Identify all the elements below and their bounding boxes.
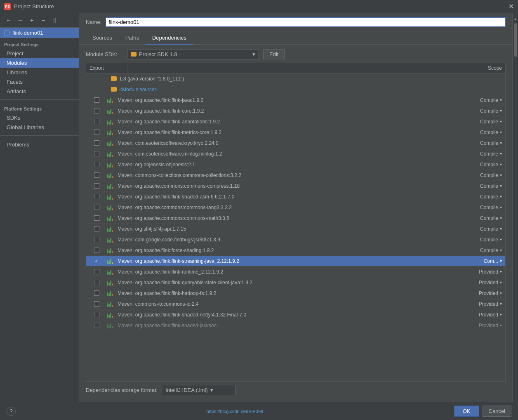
- table-row[interactable]: Maven: org.apache.flink:flink-metrics-co…: [86, 127, 505, 138]
- help-button[interactable]: ?: [7, 407, 16, 416]
- close-button[interactable]: ✕: [509, 2, 514, 10]
- sidebar-item-project[interactable]: Project: [0, 49, 79, 58]
- checkbox[interactable]: [94, 130, 99, 135]
- checkbox[interactable]: [94, 269, 99, 274]
- chevron-down-icon: ▾: [500, 194, 502, 199]
- maven-icon: [107, 226, 113, 232]
- nav-forward-button[interactable]: →: [16, 16, 25, 25]
- window-title: Project Structure: [14, 3, 509, 9]
- maven-icon: [107, 151, 113, 157]
- table-row[interactable]: Maven: org.apache.flink:flink-core:1.9.2…: [86, 106, 505, 116]
- table-row-selected[interactable]: Maven: org.apache.flink:flink-streaming-…: [86, 256, 505, 267]
- sdk-select[interactable]: Project SDK 1.8 ▾: [127, 49, 259, 59]
- checkbox[interactable]: [94, 280, 99, 285]
- table-row[interactable]: Maven: commons-io:commons-io:2.4 Provide…: [86, 299, 505, 309]
- sidebar-item-facets[interactable]: Facets: [0, 77, 79, 87]
- checkbox[interactable]: [94, 226, 99, 231]
- chevron-down-icon: ▾: [500, 269, 502, 274]
- table-row[interactable]: Maven: com.esotericsoftware.minlog:minlo…: [86, 149, 505, 159]
- table-row[interactable]: Maven: org.apache.commons:commons-compre…: [86, 181, 505, 191]
- table-row[interactable]: Maven: com.esotericsoftware.kryo:kryo:2.…: [86, 138, 505, 149]
- checkbox-cell[interactable]: [86, 97, 107, 103]
- table-row[interactable]: Maven: org.apache.flink:flink-shaded-jac…: [86, 320, 505, 331]
- chevron-down-icon: ▾: [500, 312, 502, 317]
- chevron-down-icon: ▾: [500, 151, 502, 156]
- table-row[interactable]: Maven: org.apache.flink:force-shading:1.…: [86, 245, 505, 256]
- checkbox[interactable]: [94, 151, 99, 156]
- checkbox[interactable]: [94, 194, 99, 199]
- checkbox[interactable]: [94, 290, 99, 296]
- checkbox[interactable]: [94, 119, 99, 124]
- module-name: flink-demo01: [12, 30, 43, 36]
- col-scope-header: Scope: [456, 64, 505, 72]
- platform-settings-title: Platform Settings: [0, 106, 79, 113]
- table-row[interactable]: Maven: org.objenesis:objenesis:2.1 Compi…: [86, 159, 505, 170]
- sdk-value: Project SDK 1.8: [139, 51, 177, 57]
- tabs-row: Sources Paths Dependencies: [79, 31, 512, 45]
- sidebar-item-libraries[interactable]: Libraries: [0, 68, 79, 77]
- checkbox[interactable]: [94, 237, 99, 242]
- table-row[interactable]: Maven: commons-collections:commons-colle…: [86, 170, 505, 181]
- tab-dependencies[interactable]: Dependencies: [146, 31, 193, 45]
- add-button[interactable]: +: [27, 16, 36, 25]
- chevron-down-icon: ▾: [500, 98, 502, 102]
- sidebar-item-artifacts[interactable]: Artifacts: [0, 87, 79, 96]
- checkbox[interactable]: [94, 183, 99, 189]
- table-row[interactable]: Maven: org.apache.flink:flink-shaded-net…: [86, 309, 505, 320]
- checkbox[interactable]: [94, 215, 99, 221]
- dep-name: Maven: org.apache.flink:flink-shaded-net…: [116, 311, 456, 319]
- copy-button[interactable]: ▯: [50, 16, 59, 25]
- sidebar-item-sdks[interactable]: SDKs: [0, 113, 79, 123]
- name-input[interactable]: [106, 17, 506, 27]
- table-row[interactable]: Maven: org.apache.flink:flink-runtime_2.…: [86, 267, 505, 277]
- remove-button[interactable]: −: [39, 16, 48, 25]
- maven-icon: [107, 140, 113, 146]
- table-row[interactable]: Maven: org.apache.flink:flink-shaded-asm…: [86, 191, 505, 202]
- checkbox[interactable]: [94, 301, 99, 307]
- storage-select[interactable]: IntelliJ IDEA (.iml) ▾: [162, 385, 236, 395]
- dep-name: Maven: org.apache.flink:flink-shaded-asm…: [116, 193, 456, 201]
- scroll-indicator[interactable]: ▲: [513, 15, 518, 23]
- sidebar-item-modules[interactable]: Modules: [0, 58, 79, 68]
- table-row[interactable]: Maven: org.slf4j:slf4j-api:1.7.15 Compil…: [86, 224, 505, 234]
- checkbox[interactable]: [94, 162, 99, 167]
- checkbox-checked[interactable]: [94, 258, 99, 264]
- chevron-down-icon: ▾: [500, 119, 502, 124]
- nav-back-button[interactable]: ←: [4, 16, 13, 25]
- table-row[interactable]: Maven: org.apache.commons:commons-math3:…: [86, 213, 505, 224]
- table-row[interactable]: Maven: org.apache.flink:flink-java:1.9.2…: [86, 95, 505, 106]
- sidebar-item-global-libraries[interactable]: Global Libraries: [0, 123, 79, 132]
- table-row[interactable]: Maven: com.google.code.findbugs:jsr305:1…: [86, 234, 505, 245]
- checkbox[interactable]: [94, 312, 99, 317]
- module-item[interactable]: flink-demo01: [0, 28, 79, 38]
- ok-button[interactable]: OK: [454, 406, 479, 417]
- maven-icon: [107, 183, 113, 189]
- checkbox[interactable]: [94, 248, 99, 253]
- cancel-button[interactable]: Cancel: [483, 406, 511, 417]
- dep-name: Maven: com.google.code.findbugs:jsr305:1…: [116, 236, 456, 243]
- checkbox[interactable]: [94, 172, 99, 178]
- checkbox[interactable]: [94, 205, 99, 210]
- tab-paths[interactable]: Paths: [119, 31, 146, 45]
- dep-name: Maven: com.esotericsoftware.kryo:kryo:2.…: [116, 139, 456, 147]
- checkbox[interactable]: [94, 108, 99, 113]
- chevron-down-icon: ▾: [500, 205, 502, 210]
- table-row[interactable]: Maven: org.apache.commons:commons-lang3:…: [86, 202, 505, 213]
- checkbox[interactable]: [94, 140, 99, 146]
- maven-icon: [107, 130, 113, 135]
- deps-body[interactable]: 1.8 (java version "1.8.0_111") <Module s…: [86, 73, 505, 381]
- checkbox[interactable]: [94, 323, 99, 328]
- panel-content: Module SDK: Project SDK 1.8 ▾ Edit Expor…: [79, 45, 512, 402]
- checkbox[interactable]: [94, 97, 99, 103]
- scope-cell[interactable]: Compile▾: [456, 97, 505, 104]
- scrollbar-thumb[interactable]: [514, 24, 517, 57]
- name-label: Name:: [86, 19, 101, 25]
- table-row[interactable]: Maven: org.apache.flink:flink-hadoop-fs:…: [86, 288, 505, 299]
- sidebar-item-problems[interactable]: Problems: [0, 140, 79, 149]
- dep-name: Maven: org.apache.flink:force-shading:1.…: [116, 247, 456, 254]
- storage-label: Dependencies storage format:: [86, 387, 158, 393]
- table-row[interactable]: Maven: org.apache.flink:flink-annotation…: [86, 116, 505, 127]
- table-row[interactable]: Maven: org.apache.flink:flink-queryable-…: [86, 277, 505, 288]
- tab-sources[interactable]: Sources: [86, 31, 119, 45]
- edit-sdk-button[interactable]: Edit: [263, 49, 285, 59]
